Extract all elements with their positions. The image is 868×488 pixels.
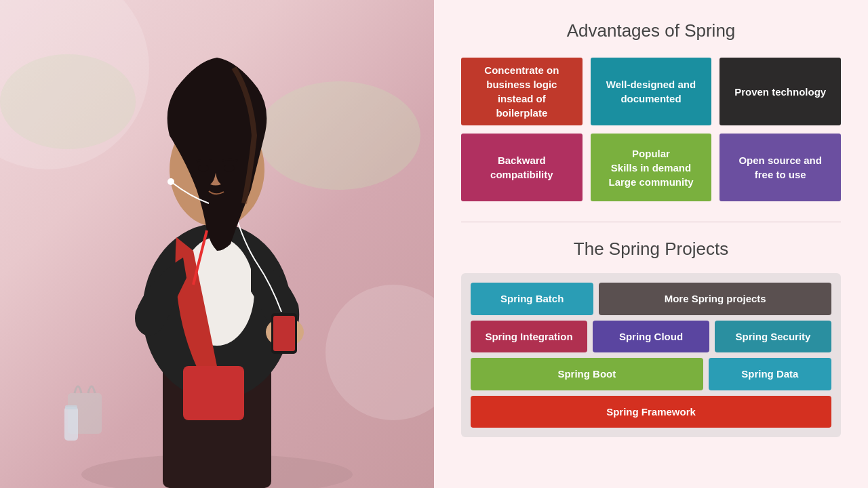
spring-integration-card: Spring Integration	[471, 321, 587, 353]
projects-container: Spring Batch More Spring projects Spring…	[461, 273, 841, 437]
svg-point-1	[0, 54, 136, 149]
advantage-card-2: Well-designed and documented	[591, 58, 712, 125]
svg-rect-9	[273, 316, 295, 351]
more-spring-card: More Spring projects	[599, 283, 831, 315]
svg-rect-16	[64, 407, 78, 441]
person-image	[0, 0, 434, 488]
right-panel: Advantages of Spring Concentrate on busi…	[434, 0, 868, 488]
advantage-card-4: Backward compatibility	[461, 134, 583, 201]
svg-point-0	[258, 81, 420, 190]
spring-data-card: Spring Data	[709, 358, 831, 390]
projects-title: The Spring Projects	[461, 239, 841, 260]
spring-framework-card: Spring Framework	[471, 396, 831, 428]
advantage-card-1: Concentrate on business logic instead of…	[461, 58, 583, 125]
section-divider	[461, 222, 841, 222]
svg-point-12	[198, 165, 209, 171]
spring-security-card: Spring Security	[715, 321, 831, 353]
projects-row-1: Spring Batch More Spring projects	[471, 283, 831, 315]
spring-cloud-card: Spring Cloud	[593, 321, 709, 353]
spring-batch-card: Spring Batch	[471, 283, 593, 315]
projects-row-3: Spring Boot Spring Data	[471, 358, 831, 390]
svg-rect-17	[65, 405, 77, 409]
svg-point-13	[224, 165, 235, 171]
spring-boot-card: Spring Boot	[471, 358, 703, 390]
advantage-card-6: Open source and free to use	[719, 134, 841, 201]
advantage-card-5: Popular Skills in demand Large community	[591, 134, 712, 201]
projects-row-2: Spring Integration Spring Cloud Spring S…	[471, 321, 831, 353]
advantages-grid: Concentrate on business logic instead of…	[461, 58, 841, 201]
advantage-card-3: Proven technology	[719, 58, 841, 125]
left-panel	[0, 0, 434, 488]
projects-row-4: Spring Framework	[471, 396, 831, 428]
advantages-title: Advantages of Spring	[461, 20, 841, 41]
svg-rect-6	[183, 366, 244, 420]
